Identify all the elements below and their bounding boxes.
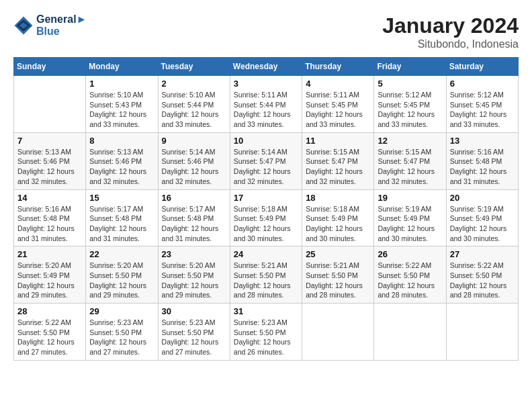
day-info: Sunrise: 5:16 AM Sunset: 5:48 PM Dayligh… <box>450 147 515 187</box>
day-number: 10 <box>234 136 298 146</box>
day-number: 1 <box>89 79 154 89</box>
day-info: Sunrise: 5:17 AM Sunset: 5:48 PM Dayligh… <box>89 204 154 244</box>
calendar-cell <box>14 76 86 133</box>
day-info: Sunrise: 5:11 AM Sunset: 5:45 PM Dayligh… <box>306 90 370 130</box>
col-tuesday: Tuesday <box>158 58 230 76</box>
day-info: Sunrise: 5:13 AM Sunset: 5:46 PM Dayligh… <box>89 147 154 187</box>
day-number: 28 <box>17 306 82 316</box>
calendar-title: January 2024 <box>382 13 519 38</box>
calendar-cell: 18Sunrise: 5:18 AM Sunset: 5:49 PM Dayli… <box>302 189 374 246</box>
calendar-cell: 22Sunrise: 5:20 AM Sunset: 5:50 PM Dayli… <box>86 246 158 304</box>
day-number: 27 <box>450 249 515 259</box>
day-info: Sunrise: 5:20 AM Sunset: 5:50 PM Dayligh… <box>89 261 154 300</box>
week-row: 21Sunrise: 5:20 AM Sunset: 5:49 PM Dayli… <box>14 246 519 304</box>
day-info: Sunrise: 5:10 AM Sunset: 5:43 PM Dayligh… <box>89 90 154 130</box>
calendar-table: Sunday Monday Tuesday Wednesday Thursday… <box>13 57 519 361</box>
day-number: 20 <box>450 193 515 203</box>
col-wednesday: Wednesday <box>230 58 302 76</box>
calendar-cell: 7Sunrise: 5:13 AM Sunset: 5:46 PM Daylig… <box>14 132 86 189</box>
calendar-cell <box>446 304 518 361</box>
logo: General► Blue <box>13 13 87 38</box>
calendar-cell: 9Sunrise: 5:14 AM Sunset: 5:46 PM Daylig… <box>158 132 230 189</box>
day-info: Sunrise: 5:23 AM Sunset: 5:50 PM Dayligh… <box>89 318 154 357</box>
calendar-cell: 8Sunrise: 5:13 AM Sunset: 5:46 PM Daylig… <box>86 132 158 189</box>
day-info: Sunrise: 5:20 AM Sunset: 5:50 PM Dayligh… <box>162 261 226 300</box>
calendar-cell: 1Sunrise: 5:10 AM Sunset: 5:43 PM Daylig… <box>86 76 158 133</box>
calendar-cell: 10Sunrise: 5:14 AM Sunset: 5:47 PM Dayli… <box>230 132 302 189</box>
calendar-subtitle: Situbondo, Indonesia <box>382 38 519 50</box>
week-row: 7Sunrise: 5:13 AM Sunset: 5:46 PM Daylig… <box>14 132 519 189</box>
day-number: 17 <box>234 193 298 203</box>
day-info: Sunrise: 5:13 AM Sunset: 5:46 PM Dayligh… <box>17 147 82 187</box>
day-info: Sunrise: 5:15 AM Sunset: 5:47 PM Dayligh… <box>378 147 442 187</box>
day-number: 4 <box>306 79 370 89</box>
calendar-cell: 6Sunrise: 5:12 AM Sunset: 5:45 PM Daylig… <box>446 76 518 133</box>
day-info: Sunrise: 5:21 AM Sunset: 5:50 PM Dayligh… <box>234 261 298 300</box>
calendar-cell: 4Sunrise: 5:11 AM Sunset: 5:45 PM Daylig… <box>302 76 374 133</box>
calendar-cell: 24Sunrise: 5:21 AM Sunset: 5:50 PM Dayli… <box>230 246 302 304</box>
day-number: 18 <box>306 193 370 203</box>
calendar-cell: 29Sunrise: 5:23 AM Sunset: 5:50 PM Dayli… <box>86 304 158 361</box>
day-number: 26 <box>378 249 442 259</box>
page-header: General► Blue January 2024 Situbondo, In… <box>13 13 519 50</box>
day-number: 6 <box>450 79 515 89</box>
calendar-cell: 14Sunrise: 5:16 AM Sunset: 5:48 PM Dayli… <box>14 189 86 246</box>
logo-icon <box>13 15 34 36</box>
day-number: 25 <box>306 249 370 259</box>
day-number: 5 <box>378 79 442 89</box>
day-number: 2 <box>162 79 226 89</box>
day-number: 16 <box>162 193 226 203</box>
day-number: 24 <box>234 249 298 259</box>
day-info: Sunrise: 5:18 AM Sunset: 5:49 PM Dayligh… <box>234 204 298 244</box>
day-number: 11 <box>306 136 370 146</box>
day-number: 21 <box>17 249 82 259</box>
day-number: 8 <box>89 136 154 146</box>
week-row: 14Sunrise: 5:16 AM Sunset: 5:48 PM Dayli… <box>14 189 519 246</box>
day-number: 3 <box>234 79 298 89</box>
day-info: Sunrise: 5:11 AM Sunset: 5:44 PM Dayligh… <box>234 90 298 130</box>
calendar-cell: 2Sunrise: 5:10 AM Sunset: 5:44 PM Daylig… <box>158 76 230 133</box>
day-info: Sunrise: 5:21 AM Sunset: 5:50 PM Dayligh… <box>306 261 370 300</box>
day-number: 22 <box>89 249 154 259</box>
day-info: Sunrise: 5:12 AM Sunset: 5:45 PM Dayligh… <box>450 90 515 130</box>
calendar-cell: 30Sunrise: 5:23 AM Sunset: 5:50 PM Dayli… <box>158 304 230 361</box>
calendar-cell: 20Sunrise: 5:19 AM Sunset: 5:49 PM Dayli… <box>446 189 518 246</box>
calendar-cell: 25Sunrise: 5:21 AM Sunset: 5:50 PM Dayli… <box>302 246 374 304</box>
day-info: Sunrise: 5:22 AM Sunset: 5:50 PM Dayligh… <box>450 261 515 300</box>
calendar-cell: 16Sunrise: 5:17 AM Sunset: 5:48 PM Dayli… <box>158 189 230 246</box>
calendar-cell: 31Sunrise: 5:23 AM Sunset: 5:50 PM Dayli… <box>230 304 302 361</box>
day-number: 19 <box>378 193 442 203</box>
day-info: Sunrise: 5:15 AM Sunset: 5:47 PM Dayligh… <box>306 147 370 187</box>
day-number: 12 <box>378 136 442 146</box>
day-info: Sunrise: 5:10 AM Sunset: 5:44 PM Dayligh… <box>162 90 226 130</box>
calendar-cell: 17Sunrise: 5:18 AM Sunset: 5:49 PM Dayli… <box>230 189 302 246</box>
calendar-cell: 13Sunrise: 5:16 AM Sunset: 5:48 PM Dayli… <box>446 132 518 189</box>
day-info: Sunrise: 5:20 AM Sunset: 5:49 PM Dayligh… <box>17 261 82 300</box>
day-number: 7 <box>17 136 82 146</box>
calendar-cell: 28Sunrise: 5:22 AM Sunset: 5:50 PM Dayli… <box>14 304 86 361</box>
day-info: Sunrise: 5:23 AM Sunset: 5:50 PM Dayligh… <box>162 318 226 357</box>
day-number: 30 <box>162 306 226 316</box>
calendar-header: Sunday Monday Tuesday Wednesday Thursday… <box>14 58 519 76</box>
day-info: Sunrise: 5:18 AM Sunset: 5:49 PM Dayligh… <box>306 204 370 244</box>
header-row: Sunday Monday Tuesday Wednesday Thursday… <box>14 58 519 76</box>
calendar-cell: 21Sunrise: 5:20 AM Sunset: 5:49 PM Dayli… <box>14 246 86 304</box>
calendar-cell: 23Sunrise: 5:20 AM Sunset: 5:50 PM Dayli… <box>158 246 230 304</box>
day-info: Sunrise: 5:12 AM Sunset: 5:45 PM Dayligh… <box>378 90 442 130</box>
day-number: 31 <box>234 306 298 316</box>
day-number: 15 <box>89 193 154 203</box>
day-info: Sunrise: 5:23 AM Sunset: 5:50 PM Dayligh… <box>234 318 298 357</box>
day-info: Sunrise: 5:14 AM Sunset: 5:46 PM Dayligh… <box>162 147 226 187</box>
calendar-cell <box>302 304 374 361</box>
day-info: Sunrise: 5:19 AM Sunset: 5:49 PM Dayligh… <box>378 204 442 244</box>
calendar-cell: 3Sunrise: 5:11 AM Sunset: 5:44 PM Daylig… <box>230 76 302 133</box>
day-info: Sunrise: 5:17 AM Sunset: 5:48 PM Dayligh… <box>162 204 226 244</box>
calendar-cell: 12Sunrise: 5:15 AM Sunset: 5:47 PM Dayli… <box>374 132 446 189</box>
day-info: Sunrise: 5:16 AM Sunset: 5:48 PM Dayligh… <box>17 204 82 244</box>
day-info: Sunrise: 5:14 AM Sunset: 5:47 PM Dayligh… <box>234 147 298 187</box>
week-row: 1Sunrise: 5:10 AM Sunset: 5:43 PM Daylig… <box>14 76 519 133</box>
calendar-cell: 5Sunrise: 5:12 AM Sunset: 5:45 PM Daylig… <box>374 76 446 133</box>
logo-text: General► Blue <box>36 13 87 38</box>
day-number: 13 <box>450 136 515 146</box>
calendar-cell: 26Sunrise: 5:22 AM Sunset: 5:50 PM Dayli… <box>374 246 446 304</box>
